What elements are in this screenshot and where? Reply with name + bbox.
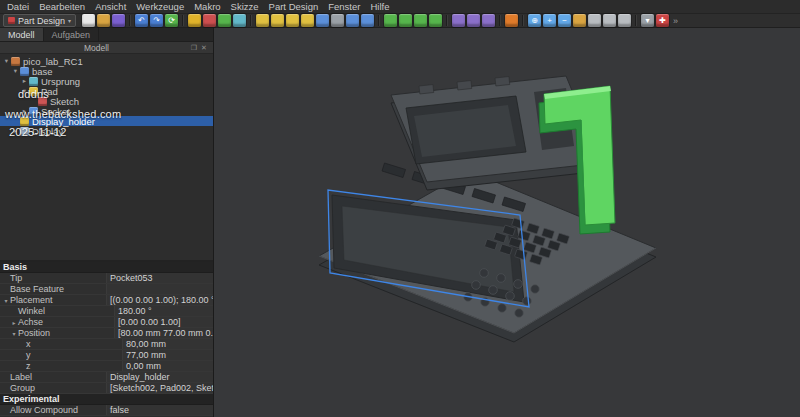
property-name-label: y	[26, 350, 31, 360]
menu-part-design[interactable]: Part Design	[264, 0, 324, 13]
property-value[interactable]: 180.00 °	[115, 306, 213, 316]
pocket-icon[interactable]	[316, 14, 329, 27]
tab-aufgaben[interactable]: Aufgaben	[44, 28, 100, 41]
tab-modell[interactable]: Modell	[0, 28, 44, 41]
open-document-icon[interactable]	[97, 14, 110, 27]
subtractive-loft-icon[interactable]	[361, 14, 374, 27]
boolean-operation-icon[interactable]	[505, 14, 518, 27]
view-right-icon[interactable]	[618, 14, 631, 27]
float-panel-button[interactable]: ❐	[189, 44, 199, 52]
property-name-label: Achse	[18, 317, 43, 327]
create-sketch-icon[interactable]	[203, 14, 216, 27]
tree-item-display[interactable]: ▸Display	[0, 126, 213, 136]
linear-pattern-icon[interactable]	[467, 14, 480, 27]
zoom-out-icon[interactable]: −	[558, 14, 571, 27]
save-document-icon[interactable]	[112, 14, 125, 27]
model-tree: ▾pico_lab_RC1▾base▸Ursprung▾PadSketch▸So…	[0, 54, 213, 260]
workbench-selector[interactable]: Part Design ▾	[3, 14, 76, 27]
menu-werkzeuge[interactable]: Werkzeuge	[131, 0, 189, 13]
tree-item-socket[interactable]: ▸Socket	[0, 106, 213, 116]
create-body-icon[interactable]	[188, 14, 201, 27]
property-value[interactable]: 80,00 mm	[123, 339, 213, 349]
menu-hilfe[interactable]: Hilfe	[365, 0, 394, 13]
base-icon	[20, 67, 29, 76]
thickness-icon[interactable]	[429, 14, 442, 27]
property-value[interactable]: 0,00 mm	[123, 361, 213, 371]
additive-loft-icon[interactable]	[286, 14, 299, 27]
tree-item-pico-lab-rc1[interactable]: ▾pico_lab_RC1	[0, 56, 213, 66]
property-row-y: y77,00 mm	[0, 350, 213, 361]
toolbar: Part Design ▾ ↶↷⟳⊕+−▾✚»	[0, 14, 800, 28]
property-value[interactable]: [0.00 0.00 1.00]	[115, 317, 213, 327]
revolution-icon[interactable]	[271, 14, 284, 27]
tree-item-sketch[interactable]: Sketch	[0, 96, 213, 106]
property-row-group: Group[Sketch002, Pad002, Sketch003 ...	[0, 383, 213, 394]
redo-icon[interactable]: ↷	[150, 14, 163, 27]
property-value[interactable]: Display_holder	[107, 372, 213, 382]
groove-icon[interactable]	[346, 14, 359, 27]
tree-item-ursprung[interactable]: ▸Ursprung	[0, 76, 213, 86]
view-top-icon[interactable]	[603, 14, 616, 27]
expander-icon[interactable]: ▾	[11, 67, 20, 75]
close-panel-button[interactable]: ✕	[199, 44, 209, 52]
property-expander-icon[interactable]: ▾	[10, 330, 18, 337]
tree-item-base[interactable]: ▾base	[0, 66, 213, 76]
property-name-label: x	[26, 339, 31, 349]
view-isometric-icon[interactable]	[573, 14, 586, 27]
ursprung-icon	[29, 77, 38, 86]
menu-skizze[interactable]: Skizze	[226, 0, 264, 13]
freecad-window: DateiBearbeitenAnsichtWerkzeugeMakroSkiz…	[0, 0, 800, 417]
property-name-label: Base Feature	[10, 284, 64, 294]
menu-makro[interactable]: Makro	[189, 0, 225, 13]
tree-item-label: Display	[32, 126, 63, 137]
expander-icon[interactable]: ▾	[2, 57, 11, 65]
view-front-icon[interactable]	[588, 14, 601, 27]
property-value[interactable]: false	[107, 405, 213, 415]
chamfer-icon[interactable]	[399, 14, 412, 27]
fit-all-icon[interactable]: ⊕	[528, 14, 541, 27]
menu-fenster[interactable]: Fenster	[323, 0, 365, 13]
property-expander-icon[interactable]: ▸	[10, 319, 18, 326]
menu-ansicht[interactable]: Ansicht	[90, 0, 131, 13]
pad-icon[interactable]	[256, 14, 269, 27]
model-panel-header: Modell ❐ ✕	[0, 42, 213, 54]
zoom-in-icon[interactable]: +	[543, 14, 556, 27]
edit-sketch-icon[interactable]	[218, 14, 231, 27]
main-area: ModellAufgaben Modell ❐ ✕ ▾pico_lab_RC1▾…	[0, 28, 800, 417]
additive-pipe-icon[interactable]	[301, 14, 314, 27]
property-value[interactable]: Pocket053	[107, 273, 213, 283]
draw-style-icon[interactable]: ▾	[641, 14, 654, 27]
expander-icon[interactable]: ▸	[20, 107, 29, 115]
3d-viewport[interactable]	[214, 28, 800, 417]
axis-cross-icon[interactable]: ✚	[656, 14, 669, 27]
property-value[interactable]: 77,00 mm	[123, 350, 213, 360]
property-row-label: LabelDisplay_holder	[0, 372, 213, 383]
toolbar-separator	[182, 15, 184, 26]
menu-bearbeiten[interactable]: Bearbeiten	[34, 0, 90, 13]
expander-icon[interactable]: ▸	[11, 127, 20, 135]
expander-icon[interactable]: ▾	[20, 87, 29, 95]
draft-icon[interactable]	[414, 14, 427, 27]
toolbar-separator	[129, 15, 131, 26]
property-value[interactable]: [(0.00 0.00 1.00); 180.00 °; (80...	[107, 295, 213, 305]
fillet-icon[interactable]	[384, 14, 397, 27]
pico-lab-rc1-icon	[11, 57, 20, 66]
polar-pattern-icon[interactable]	[482, 14, 495, 27]
menu-datei[interactable]: Datei	[2, 0, 34, 13]
expander-icon[interactable]: ▸	[20, 77, 29, 85]
tree-item-pad[interactable]: ▾Pad	[0, 86, 213, 96]
map-sketch-icon[interactable]	[233, 14, 246, 27]
property-expander-icon[interactable]: ▾	[2, 297, 10, 304]
toolbar-overflow-icon[interactable]: »	[673, 16, 678, 26]
refresh-icon[interactable]: ⟳	[165, 14, 178, 27]
property-value[interactable]: [Sketch002, Pad002, Sketch003 ...	[107, 383, 213, 393]
property-value[interactable]	[107, 284, 213, 294]
property-value[interactable]: [80.00 mm 77.00 mm 0.00 mm]	[115, 328, 213, 338]
property-name: x	[0, 339, 123, 349]
tree-item-display-holder[interactable]: Display_holder	[0, 116, 213, 126]
property-row-z: z0,00 mm	[0, 361, 213, 372]
hole-icon[interactable]	[331, 14, 344, 27]
mirrored-icon[interactable]	[452, 14, 465, 27]
new-document-icon[interactable]	[82, 14, 95, 27]
undo-icon[interactable]: ↶	[135, 14, 148, 27]
